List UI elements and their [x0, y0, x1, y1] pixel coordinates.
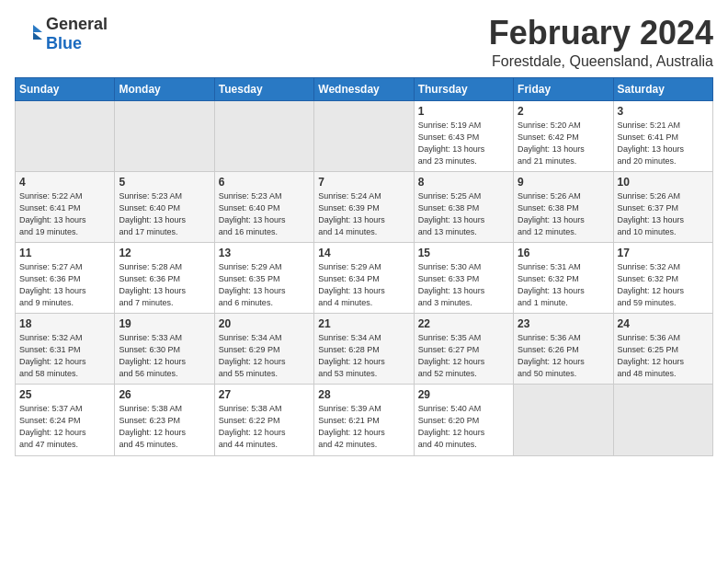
calendar-cell: 1Sunrise: 5:19 AM Sunset: 6:43 PM Daylig… [414, 100, 513, 171]
header: General Blue February 2024 Forestdale, Q… [15, 15, 713, 70]
day-info: Sunrise: 5:27 AM Sunset: 6:36 PM Dayligh… [19, 261, 110, 309]
month-title: February 2024 [489, 15, 713, 52]
day-info: Sunrise: 5:40 AM Sunset: 6:20 PM Dayligh… [418, 403, 509, 451]
calendar-cell: 7Sunrise: 5:24 AM Sunset: 6:39 PM Daylig… [314, 171, 414, 242]
day-number: 25 [19, 388, 110, 401]
day-number: 17 [618, 247, 709, 259]
logo: General Blue [15, 15, 108, 53]
day-info: Sunrise: 5:36 AM Sunset: 6:26 PM Dayligh… [518, 332, 609, 380]
day-number: 10 [618, 176, 709, 189]
column-header-saturday: Saturday [613, 77, 712, 100]
calendar-cell: 29Sunrise: 5:40 AM Sunset: 6:20 PM Dayli… [414, 385, 513, 455]
calendar-cell [314, 100, 414, 171]
day-info: Sunrise: 5:38 AM Sunset: 6:22 PM Dayligh… [219, 403, 310, 451]
calendar-cell [613, 385, 712, 455]
day-info: Sunrise: 5:20 AM Sunset: 6:42 PM Dayligh… [518, 120, 609, 167]
day-number: 5 [119, 176, 210, 189]
day-number: 15 [418, 247, 509, 259]
column-header-thursday: Thursday [414, 77, 513, 100]
day-number: 7 [318, 176, 409, 189]
title-area: February 2024 Forestdale, Queensland, Au… [489, 15, 713, 70]
day-number: 26 [119, 388, 210, 401]
day-info: Sunrise: 5:23 AM Sunset: 6:40 PM Dayligh… [219, 190, 310, 238]
day-number: 29 [418, 388, 509, 401]
day-number: 18 [19, 317, 110, 330]
day-number: 24 [618, 317, 709, 330]
calendar-cell: 15Sunrise: 5:30 AM Sunset: 6:33 PM Dayli… [414, 242, 513, 313]
calendar-cell: 16Sunrise: 5:31 AM Sunset: 6:32 PM Dayli… [514, 242, 613, 313]
day-number: 3 [618, 105, 709, 118]
calendar-cell [214, 100, 313, 171]
day-number: 4 [19, 176, 110, 189]
day-info: Sunrise: 5:25 AM Sunset: 6:38 PM Dayligh… [418, 190, 509, 238]
calendar-cell: 20Sunrise: 5:34 AM Sunset: 6:29 PM Dayli… [214, 314, 313, 385]
calendar-cell: 8Sunrise: 5:25 AM Sunset: 6:38 PM Daylig… [414, 171, 513, 242]
day-number: 21 [318, 317, 409, 330]
calendar-cell: 25Sunrise: 5:37 AM Sunset: 6:24 PM Dayli… [16, 385, 115, 455]
day-number: 27 [219, 388, 310, 401]
column-header-friday: Friday [514, 77, 613, 100]
logo-text: General Blue [46, 15, 108, 53]
day-number: 9 [518, 176, 609, 189]
logo-icon [15, 23, 42, 45]
day-info: Sunrise: 5:32 AM Sunset: 6:31 PM Dayligh… [19, 332, 110, 380]
day-number: 1 [418, 105, 509, 118]
day-info: Sunrise: 5:39 AM Sunset: 6:21 PM Dayligh… [318, 403, 409, 451]
calendar-cell: 5Sunrise: 5:23 AM Sunset: 6:40 PM Daylig… [115, 171, 214, 242]
calendar-cell: 9Sunrise: 5:26 AM Sunset: 6:38 PM Daylig… [514, 171, 613, 242]
day-number: 20 [219, 317, 310, 330]
day-number: 11 [19, 247, 110, 259]
day-info: Sunrise: 5:28 AM Sunset: 6:36 PM Dayligh… [119, 261, 210, 309]
svg-marker-1 [33, 32, 42, 40]
svg-marker-0 [33, 25, 42, 32]
calendar-header-row: SundayMondayTuesdayWednesdayThursdayFrid… [16, 77, 713, 100]
calendar-cell: 17Sunrise: 5:32 AM Sunset: 6:32 PM Dayli… [613, 242, 712, 313]
day-number: 28 [318, 388, 409, 401]
day-info: Sunrise: 5:31 AM Sunset: 6:32 PM Dayligh… [518, 261, 609, 309]
day-number: 8 [418, 176, 509, 189]
day-info: Sunrise: 5:29 AM Sunset: 6:34 PM Dayligh… [318, 261, 409, 309]
calendar-cell: 6Sunrise: 5:23 AM Sunset: 6:40 PM Daylig… [214, 171, 313, 242]
calendar-cell [115, 100, 214, 171]
calendar-cell: 23Sunrise: 5:36 AM Sunset: 6:26 PM Dayli… [514, 314, 613, 385]
day-info: Sunrise: 5:22 AM Sunset: 6:41 PM Dayligh… [19, 190, 110, 238]
day-info: Sunrise: 5:36 AM Sunset: 6:25 PM Dayligh… [618, 332, 709, 380]
logo-general: General [46, 15, 108, 33]
day-info: Sunrise: 5:26 AM Sunset: 6:38 PM Dayligh… [518, 190, 609, 238]
calendar-cell: 14Sunrise: 5:29 AM Sunset: 6:34 PM Dayli… [314, 242, 414, 313]
column-header-wednesday: Wednesday [314, 77, 414, 100]
calendar-cell: 28Sunrise: 5:39 AM Sunset: 6:21 PM Dayli… [314, 385, 414, 455]
day-info: Sunrise: 5:26 AM Sunset: 6:37 PM Dayligh… [618, 190, 709, 238]
day-info: Sunrise: 5:19 AM Sunset: 6:43 PM Dayligh… [418, 120, 509, 167]
column-header-monday: Monday [115, 77, 214, 100]
day-info: Sunrise: 5:29 AM Sunset: 6:35 PM Dayligh… [219, 261, 310, 309]
day-number: 2 [518, 105, 609, 118]
calendar-cell: 22Sunrise: 5:35 AM Sunset: 6:27 PM Dayli… [414, 314, 513, 385]
calendar-table: SundayMondayTuesdayWednesdayThursdayFrid… [15, 77, 713, 456]
day-number: 12 [119, 247, 210, 259]
calendar-cell [514, 385, 613, 455]
logo-blue: Blue [46, 34, 82, 52]
day-info: Sunrise: 5:30 AM Sunset: 6:33 PM Dayligh… [418, 261, 509, 309]
calendar-week-row: 25Sunrise: 5:37 AM Sunset: 6:24 PM Dayli… [16, 385, 713, 455]
calendar-cell [16, 100, 115, 171]
column-header-tuesday: Tuesday [214, 77, 313, 100]
day-number: 19 [119, 317, 210, 330]
day-info: Sunrise: 5:23 AM Sunset: 6:40 PM Dayligh… [119, 190, 210, 238]
day-info: Sunrise: 5:32 AM Sunset: 6:32 PM Dayligh… [618, 261, 709, 309]
day-number: 16 [518, 247, 609, 259]
day-number: 22 [418, 317, 509, 330]
calendar-cell: 19Sunrise: 5:33 AM Sunset: 6:30 PM Dayli… [115, 314, 214, 385]
calendar-cell: 27Sunrise: 5:38 AM Sunset: 6:22 PM Dayli… [214, 385, 313, 455]
calendar-cell: 4Sunrise: 5:22 AM Sunset: 6:41 PM Daylig… [16, 171, 115, 242]
day-number: 14 [318, 247, 409, 259]
calendar-cell: 3Sunrise: 5:21 AM Sunset: 6:41 PM Daylig… [613, 100, 712, 171]
day-info: Sunrise: 5:35 AM Sunset: 6:27 PM Dayligh… [418, 332, 509, 380]
day-info: Sunrise: 5:38 AM Sunset: 6:23 PM Dayligh… [119, 403, 210, 451]
day-info: Sunrise: 5:24 AM Sunset: 6:39 PM Dayligh… [318, 190, 409, 238]
calendar-cell: 24Sunrise: 5:36 AM Sunset: 6:25 PM Dayli… [613, 314, 712, 385]
day-number: 23 [518, 317, 609, 330]
day-info: Sunrise: 5:34 AM Sunset: 6:28 PM Dayligh… [318, 332, 409, 380]
calendar-cell: 12Sunrise: 5:28 AM Sunset: 6:36 PM Dayli… [115, 242, 214, 313]
column-header-sunday: Sunday [16, 77, 115, 100]
